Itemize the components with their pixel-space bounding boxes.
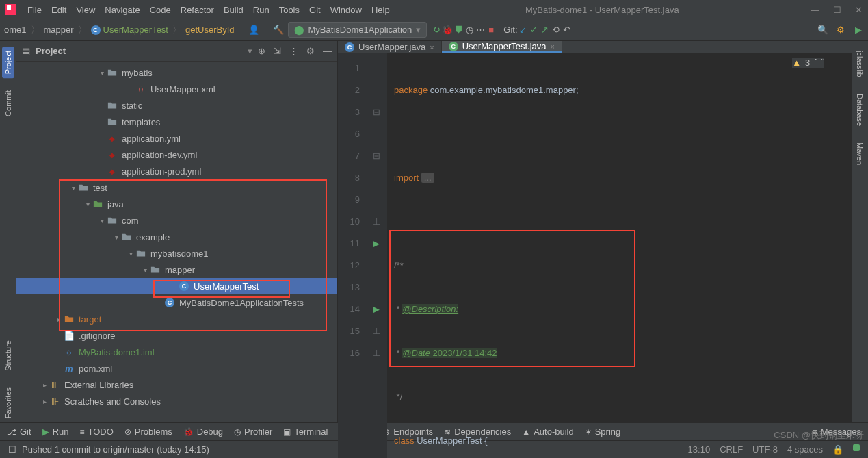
tree-item-scratches[interactable]: ▸⊪Scratches and Consoles (16, 393, 337, 409)
tree-item-application-yml[interactable]: ◆application.yml (16, 130, 337, 147)
menu-window[interactable]: Window (326, 3, 366, 17)
target-icon[interactable]: ⊕ (258, 46, 265, 56)
tab-usermappertest[interactable]: C UserMapperTest.java× (442, 41, 562, 53)
tree-item-application-prod-yml[interactable]: ◆application-prod.yml (16, 163, 337, 179)
tree-item-mybatisdome1applicationtests[interactable]: CMyBatisDome1ApplicationTests (16, 294, 337, 311)
close-tab-icon[interactable]: × (430, 43, 434, 51)
tree-item-mapper[interactable]: ▾mapper (16, 262, 337, 278)
gutter[interactable]: ⊟ ⊟ ⊥ ▶ ▶⊥⊥ (365, 53, 387, 458)
menu-view[interactable]: View (72, 3, 99, 17)
window-title: MyBatis-dome1 - UserMapperTest.java (394, 5, 811, 15)
play-icon[interactable]: ▶ (853, 25, 864, 36)
coverage-icon[interactable]: ⛊ (453, 25, 464, 36)
class-icon: C (345, 42, 354, 52)
sidebar-tab-commit[interactable]: Commit (2, 86, 14, 120)
breadcrumb[interactable]: ome1〉 mapper〉 C UserMapperTest〉 getUserB… (4, 24, 235, 36)
history-icon[interactable]: ⟲ (551, 25, 562, 36)
status-message: Pushed 1 commit to origin/master (today … (22, 444, 209, 455)
rerun-icon[interactable]: ↻ (431, 25, 442, 36)
search-icon[interactable]: 🔍 (817, 25, 828, 36)
profile-icon[interactable]: ◷ (464, 25, 475, 36)
close-icon[interactable]: ✕ (855, 5, 863, 15)
tree-item-test[interactable]: ▾test (16, 179, 337, 196)
tool-terminal[interactable]: ▣ Terminal (283, 427, 328, 437)
minimize-icon[interactable]: — (811, 5, 819, 15)
sidebar-tab-favorites[interactable]: Favorites (2, 383, 14, 422)
sidebar-tab-jclasslib[interactable]: jclasslib (854, 47, 866, 81)
gear-icon[interactable]: ⚙ (306, 46, 315, 56)
commit-icon[interactable]: ✓ (529, 25, 540, 36)
tool-profiler[interactable]: ◷ Profiler (234, 427, 272, 437)
hide-icon[interactable]: — (323, 46, 332, 56)
tree-item-usermappertest[interactable]: CUserMapperTest (16, 278, 337, 294)
tree-item-com[interactable]: ▾com (16, 212, 337, 229)
maximize-icon[interactable]: ☐ (833, 5, 841, 15)
tree-item-extLibs[interactable]: ▸⊪External Libraries (16, 377, 337, 393)
tool-todo[interactable]: ≡ TODO (79, 427, 113, 437)
stop-icon[interactable]: ■ (486, 25, 497, 36)
tool-problems[interactable]: ⊘ Problems (124, 427, 172, 437)
panel-title: Project (36, 46, 242, 56)
hammer-icon[interactable]: 🔨 (273, 25, 284, 36)
menu-file[interactable]: File (23, 3, 46, 17)
class-icon: C (449, 42, 458, 51)
tool-debug[interactable]: 🐞 Debug (183, 427, 223, 437)
run-config-dropdown[interactable]: ⬤ MyBatisDome1Application ▾ (288, 22, 428, 38)
sidebar-tab-maven[interactable]: Maven (854, 138, 866, 169)
user-icon[interactable]: 👤 (248, 25, 259, 36)
status-indicator[interactable] (853, 444, 860, 451)
tree-item-templates[interactable]: templates (16, 114, 337, 130)
code-content[interactable]: package com.example.mybatisdome1.mapper;… (387, 53, 852, 458)
menu-git[interactable]: Git (305, 3, 325, 17)
tree-item-example[interactable]: ▾example (16, 229, 337, 245)
sidebar-tab-database[interactable]: Database (854, 90, 866, 130)
debug-icon[interactable]: 🐞 (442, 25, 453, 36)
project-tree[interactable]: ▾mybatis⟨⟩UserMapper.xmlstatictemplates◆… (16, 62, 337, 422)
tool-run[interactable]: ▶ Run (42, 427, 69, 437)
tab-usermapper[interactable]: C UserMapper.java× (338, 41, 442, 53)
inspection-badge[interactable]: ▲3 ˆˇ (792, 58, 824, 68)
app-icon (5, 4, 16, 15)
attach-icon[interactable]: ⋯ (475, 25, 486, 36)
tree-item-application-dev-yml[interactable]: ◆application-dev.yml (16, 147, 337, 163)
watermark: CSDN @快到锅里来呀 (774, 429, 864, 442)
tool-git[interactable]: ⎇ Git (7, 427, 31, 437)
tree-item-target[interactable]: ▸target (16, 311, 337, 327)
tree-item-mybatis-dome1-iml[interactable]: ◇MyBatis-dome1.iml (16, 344, 337, 360)
menu-build[interactable]: Build (220, 3, 248, 17)
sidebar-tab-project[interactable]: Project (2, 47, 14, 78)
rollback-icon[interactable]: ↶ (562, 25, 573, 36)
push-icon[interactable]: ↗ (540, 25, 551, 36)
main-menu[interactable]: File Edit View Navigate Code Refactor Bu… (23, 3, 394, 17)
svg-rect-1 (7, 5, 11, 10)
settings-icon[interactable]: ⚙ (835, 25, 846, 36)
project-view-icon[interactable]: ▤ (22, 46, 30, 56)
sidebar-tab-structure[interactable]: Structure (2, 336, 14, 375)
code-editor[interactable]: ▲3 ˆˇ 123678910111213141516 ⊟ ⊟ ⊥ ▶ ▶⊥⊥ … (338, 53, 852, 458)
tree-item--gitignore[interactable]: 📄.gitignore (16, 327, 337, 344)
menu-help[interactable]: Help (367, 3, 394, 17)
menu-refactor[interactable]: Refactor (176, 3, 218, 17)
tree-item-mybatis[interactable]: ▾mybatis (16, 64, 337, 81)
menu-code[interactable]: Code (146, 3, 175, 17)
menu-run[interactable]: Run (249, 3, 274, 17)
tree-item-java[interactable]: ▾java (16, 196, 337, 212)
tree-item-usermapper-xml[interactable]: ⟨⟩UserMapper.xml (16, 81, 337, 97)
update-icon[interactable]: ↙ (518, 25, 529, 36)
menu-tools[interactable]: Tools (275, 3, 304, 17)
expand-icon[interactable]: ⇲ (274, 46, 281, 56)
tree-item-mybatisdome1[interactable]: ▾mybatisdome1 (16, 245, 337, 262)
line-numbers: 123678910111213141516 (338, 53, 365, 458)
close-tab-icon[interactable]: × (551, 42, 555, 51)
class-icon: C (91, 25, 101, 35)
menu-navigate[interactable]: Navigate (101, 3, 144, 17)
collapse-icon[interactable]: ⋮ (289, 46, 298, 56)
git-label: Git: (503, 25, 517, 35)
tree-item-pom-xml[interactable]: mpom.xml (16, 360, 337, 377)
menu-edit[interactable]: Edit (47, 3, 70, 17)
tree-item-static[interactable]: static (16, 97, 337, 114)
status-icon[interactable]: ☐ (8, 444, 16, 455)
